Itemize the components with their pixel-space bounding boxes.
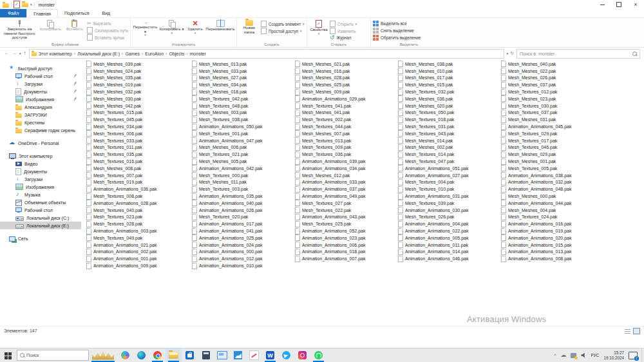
file-item[interactable]: Mesh_Textures_019.pak [84,179,189,186]
file-item[interactable]: Mesh_Textures_034.pak [84,123,189,130]
file-item[interactable]: Mesh_Meshes_021.pak [292,61,395,68]
file-item[interactable]: Mesh_Meshes_031.pak [498,116,601,123]
sidebar-item-downloads-pc[interactable]: Загрузки [0,175,81,183]
file-item[interactable]: Mesh_Meshes_002.pak [395,144,498,151]
file-item[interactable]: Animation_Animations_023.pak [292,234,395,242]
file-item[interactable]: Animation_Animations_050.pak [189,123,292,130]
file-item[interactable]: Animation_Animations_021.pak [84,242,189,249]
sidebar-item-serafime[interactable]: Серафиме годик сирень [0,126,81,134]
file-item[interactable]: Mesh_Meshes_011.pak [189,179,292,186]
rename-button[interactable]: Переименовать [206,19,234,41]
paste-shortcut-button[interactable]: Вставить ярлык [87,34,128,41]
select-none-button[interactable]: Снять выделение [373,28,421,34]
file-item[interactable]: Animation_Animations_017.pak [189,220,292,227]
file-item[interactable]: Mesh_Meshes_041.pak [292,110,395,117]
maximize-button[interactable] [611,0,627,9]
file-item[interactable]: Mesh_Textures_032.pak [395,88,498,95]
file-item[interactable]: Mesh_Meshes_040.pak [498,61,601,68]
file-item[interactable]: Mesh_Meshes_018.pak [189,88,292,95]
file-item[interactable]: Mesh_Textures_008.pak [84,193,189,200]
qat-customize-chevron-icon[interactable]: ▾ [30,3,32,6]
file-item[interactable]: Mesh_Meshes_037.pak [498,81,601,88]
file-item[interactable]: Mesh_Textures_022.pak [292,207,395,214]
file-item[interactable]: Mesh_Textures_031.pak [395,123,498,130]
file-item[interactable]: Animation_Animations_046.pak [395,255,498,262]
tab-home[interactable]: Главная [26,9,58,17]
file-item[interactable]: Animation_Animations_029.pak [292,95,395,102]
invert-selection-button[interactable]: Обратить выделение [373,34,421,41]
file-item[interactable]: Animation_Animations_034.pak [292,165,395,172]
file-item[interactable]: Mesh_Textures_016.pak [84,158,189,165]
file-item[interactable]: Mesh_Textures_033.pak [84,137,189,144]
language-indicator[interactable]: РУС [591,353,599,357]
breadcrumb-item[interactable]: Objects [166,52,184,56]
copy-button[interactable]: Копировать [39,19,63,41]
sidebar-item-music[interactable]: Музыка [0,191,81,198]
file-item[interactable]: Mesh_Meshes_005.pak [189,158,292,165]
file-item[interactable]: Mesh_Textures_024.pak [498,214,601,221]
alert-tray-icon[interactable] [571,353,576,358]
file-item[interactable]: Mesh_Textures_004.pak [395,179,498,186]
chrome-icon[interactable] [149,348,166,362]
file-item[interactable]: Mesh_Textures_042.pak [189,95,292,102]
file-item[interactable]: Mesh_Meshes_030.pak [84,95,189,102]
file-item[interactable]: Mesh_Meshes_025.pak [292,81,395,88]
new-folder-button[interactable]: Новая папка [239,19,260,41]
file-item[interactable]: Mesh_Textures_041.pak [292,102,395,110]
tab-file[interactable]: Файл [0,9,26,17]
file-item[interactable]: Mesh_Meshes_009.pak [292,88,395,95]
qat-properties-icon[interactable] [14,1,20,8]
telegram-icon[interactable] [278,348,294,362]
file-item[interactable]: Mesh_Meshes_012.pak [292,172,395,179]
file-item[interactable]: Mesh_Textures_018.pak [395,116,498,123]
search-box[interactable]: Поиск в: monster [516,49,640,59]
file-item[interactable]: Animation_Animations_037.pak [292,186,395,193]
file-item[interactable]: Animation_Animations_000.pak [189,249,292,256]
file-item[interactable]: Mesh_Textures_012.pak [498,88,601,95]
file-item[interactable]: Mesh_Meshes_014.pak [395,137,498,144]
file-item[interactable]: Mesh_Meshes_003.pak [189,110,292,117]
file-item[interactable]: Mesh_Meshes_017.pak [395,75,498,82]
file-item[interactable]: Animation_Animations_006.pak [292,242,395,249]
sidebar-item-downloads[interactable]: Загрузки [0,80,81,88]
file-item[interactable]: Mesh_Meshes_033.pak [189,68,292,75]
file-item[interactable]: Mesh_Textures_007.pak [84,172,189,179]
large-icons-view-button[interactable] [633,328,640,334]
volume-icon[interactable] [581,353,586,358]
breadcrumb-item[interactable]: monster [186,52,206,56]
file-item[interactable]: Mesh_Textures_043.pak [395,130,498,137]
taskbar-search[interactable]: Поиск [17,350,89,361]
breadcrumb-item[interactable]: Локальный диск (E:) [74,52,120,56]
paste-button[interactable]: Вставить [64,19,86,41]
file-item[interactable]: Mesh_Meshes_024.pak [84,68,189,75]
file-item[interactable]: Mesh_Textures_048.pak [189,102,292,110]
sidebar-item-disk-c[interactable]: Локальный диск (C:) [0,214,81,222]
file-item[interactable]: Animation_Animations_022.pak [395,227,498,234]
file-item[interactable]: Mesh_Textures_047.pak [395,158,498,165]
file-item[interactable]: Mesh_Textures_035.pak [84,151,189,158]
file-item[interactable]: Mesh_Meshes_001.pak [498,158,601,165]
qat-new-folder-icon[interactable] [22,3,28,7]
file-item[interactable]: Mesh_Textures_029.pak [498,130,601,137]
file-item[interactable]: Mesh_Meshes_007.pak [292,130,395,137]
sidebar-item-documents-pc[interactable]: Документы [0,167,81,175]
file-item[interactable]: Mesh_Meshes_038.pak [395,61,498,68]
file-item[interactable]: Animation_Animations_049.pak [292,193,395,200]
start-button[interactable] [0,348,15,362]
file-item[interactable]: Mesh_Meshes_034.pak [189,81,292,88]
file-item[interactable]: Animation_Animations_005.pak [395,234,498,242]
cut-button[interactable]: ✂Вырезать [87,21,128,26]
sidebar-item-onedrive[interactable]: OneDrive - Personal [0,139,81,147]
file-item[interactable]: Mesh_Textures_037.pak [498,110,601,117]
copy-to-button[interactable]: Копировать в [159,19,184,41]
calculator-icon[interactable] [198,348,214,362]
file-item[interactable]: Mesh_Textures_039.pak [395,200,498,207]
file-item[interactable]: Animation_Animations_010.pak [189,262,292,269]
details-view-button[interactable] [625,329,630,334]
file-explorer-icon[interactable] [166,348,182,362]
file-item[interactable]: Animation_Animations_003.pak [84,227,189,234]
history-button[interactable]: ↺Журнал [330,35,357,41]
file-item[interactable]: Animation_Animations_012.pak [189,255,292,262]
file-item[interactable]: Mesh_Meshes_020.pak [395,102,498,110]
file-item[interactable]: Animation_Animations_001.pak [84,255,189,262]
